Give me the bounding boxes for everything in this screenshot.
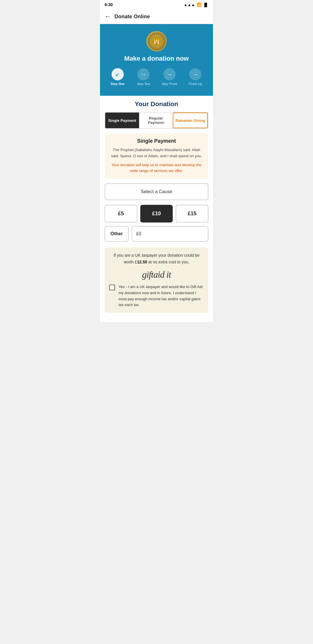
amount-15[interactable]: £15: [176, 205, 208, 222]
info-box-body: The Prophet (Sallallahu Alayhi Wasallam)…: [109, 147, 204, 159]
step-three-icon: →: [163, 68, 176, 80]
select-cause-button[interactable]: Select a Cause: [105, 183, 208, 200]
giftaid-checkbox[interactable]: [109, 285, 115, 290]
payment-tabs: Single Payment Regular Payment Ramadan G…: [105, 112, 208, 129]
svg-text:🕌: 🕌: [153, 38, 160, 44]
giftaid-checkbox-row: Yes - I am a UK taxpayer and would like …: [109, 284, 204, 308]
giftaid-checkbox-label: Yes - I am a UK taxpayer and would like …: [119, 284, 204, 308]
giftaid-logo: giftaid it: [109, 269, 204, 280]
step-one-icon: ↙: [112, 68, 124, 80]
wifi-icon: 📶: [197, 3, 201, 7]
app-header: ← Donate Online: [100, 9, 213, 24]
other-amount-row: Other: [105, 226, 208, 242]
donation-info-box: Single Payment The Prophet (Sallallahu A…: [105, 133, 208, 179]
other-amount-input[interactable]: [132, 226, 208, 242]
step-three-label: Step Three: [162, 82, 177, 86]
hero-section: 🕌 Make a donation now ↙ Step One → Step …: [100, 24, 213, 95]
logo-inner: 🕌: [148, 32, 165, 50]
step-two-label: Step Two: [137, 82, 150, 86]
steps-container: ↙ Step One → Step Two → Step Three → Fin…: [105, 66, 208, 87]
battery-icon: ▐▌: [203, 3, 208, 7]
tab-ramadan-giving[interactable]: Ramadan Giving: [173, 113, 208, 128]
tab-single-payment[interactable]: Single Payment: [105, 113, 139, 128]
step-one: ↙ Step One: [105, 68, 131, 86]
main-content: Your Donation Single Payment Regular Pay…: [100, 96, 213, 322]
other-button[interactable]: Other: [105, 226, 129, 242]
info-box-title: Single Payment: [109, 138, 204, 144]
step-two-icon: →: [137, 68, 150, 80]
status-icons: ▲▲▲ 📶 ▐▌: [184, 3, 208, 7]
org-logo: 🕌: [146, 31, 167, 51]
mosque-icon: 🕌: [151, 36, 162, 46]
finish-up: → Finish Up: [183, 68, 209, 86]
giftaid-section: If you are a UK taxpayer your donation c…: [105, 247, 208, 313]
giftaid-text: If you are a UK taxpayer your donation c…: [109, 252, 204, 265]
giftaid-logo-text: giftaid it: [142, 269, 171, 280]
step-one-label: Step One: [111, 82, 125, 86]
status-bar: 8:30 ▲▲▲ 📶 ▐▌: [100, 0, 213, 9]
time: 8:30: [105, 2, 113, 7]
step-two: → Step Two: [131, 68, 157, 86]
signal-icon: ▲▲▲: [184, 3, 195, 7]
back-button[interactable]: ←: [105, 13, 111, 20]
amount-5[interactable]: £5: [105, 205, 137, 222]
amount-buttons-row: £5 £10 £15: [105, 205, 208, 222]
giftaid-amount: 12.50: [137, 260, 147, 264]
page-title: Donate Online: [114, 14, 150, 20]
donation-section-title: Your Donation: [105, 100, 208, 108]
amount-10[interactable]: £10: [140, 205, 173, 222]
info-box-highlight: Your donation will help us to maintain a…: [109, 162, 204, 174]
giftaid-suffix: at no extra cost to you.: [147, 260, 190, 264]
hero-title: Make a donation now: [124, 55, 189, 62]
finish-up-icon: →: [189, 68, 201, 80]
tab-regular-payment[interactable]: Regular Payment: [139, 113, 173, 128]
finish-up-label: Finish Up: [189, 82, 202, 86]
step-three: → Step Three: [156, 68, 183, 86]
